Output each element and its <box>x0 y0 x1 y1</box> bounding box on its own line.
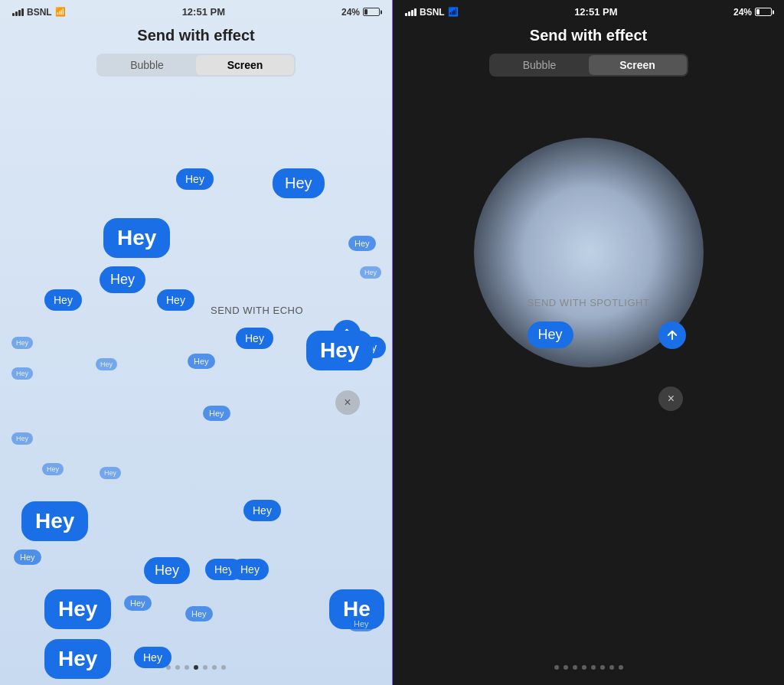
left-battery-icon <box>363 8 380 16</box>
bubble-hey-sm-6: Hey <box>185 606 213 621</box>
right-dot-3 <box>573 665 577 670</box>
bubble-hey-large-1: Hey <box>103 218 170 258</box>
bubble-hey-large-preview: Hey <box>306 331 373 370</box>
right-dot-4 <box>582 665 586 670</box>
bubble-hey-bottom-right-2: Hey <box>348 616 375 631</box>
right-send-icon <box>665 328 679 342</box>
right-dot-7 <box>609 665 614 670</box>
left-effect-label: SEND WITH ECHO <box>211 305 303 316</box>
left-segment-control: Bubble Screen <box>96 54 296 77</box>
right-dot-5 <box>591 665 596 670</box>
left-status-left: BSNL 📶 <box>12 7 66 18</box>
left-status-bar: BSNL 📶 12:51 PM 24% <box>0 0 392 21</box>
left-screen-tab[interactable]: Screen <box>196 55 294 75</box>
right-dot-2 <box>564 665 568 670</box>
right-signal-icon <box>405 8 416 16</box>
right-dot-1 <box>554 665 559 670</box>
bubble-hey-3: Hey <box>44 289 82 311</box>
bubble-hey-6: Hey <box>243 500 281 521</box>
bubble-hey-tiny-7: Hey <box>100 467 121 479</box>
right-wifi-icon: 📶 <box>448 7 459 17</box>
bubble-hey-sm-1: Hey <box>348 236 376 251</box>
left-title: Send with effect <box>0 27 392 44</box>
bubble-hey-tiny-4: Hey <box>11 367 33 380</box>
left-battery-pct: 24% <box>341 7 360 18</box>
bubble-hey-bottom-1: Hey <box>44 639 111 679</box>
right-bubble-tab[interactable]: Bubble <box>491 55 589 75</box>
bubble-hey-8: Hey <box>231 559 269 580</box>
left-panel: BSNL 📶 12:51 PM 24% Send with effect Bub… <box>0 0 392 685</box>
right-close-button[interactable]: × <box>658 387 683 411</box>
right-time: 12:51 PM <box>574 6 617 18</box>
left-dot-6 <box>212 665 217 670</box>
right-title: Send with effect <box>393 27 784 44</box>
bubble-hey-sm-3: Hey <box>203 406 230 421</box>
left-bubble-tab[interactable]: Bubble <box>98 55 196 75</box>
right-status-bar: BSNL 📶 12:51 PM 24% <box>393 0 784 21</box>
right-dot-indicators <box>554 665 623 670</box>
bubble-hey-4: Hey <box>157 289 194 311</box>
bubble-hey-tiny-2: Hey <box>360 266 381 279</box>
bubble-hey-med-1: Hey <box>100 266 145 293</box>
left-dot-indicators <box>166 665 226 670</box>
right-screen-tab[interactable]: Screen <box>589 55 687 75</box>
bubble-hey-tiny-1: Hey <box>11 337 33 349</box>
bubble-hey-sm-5: Hey <box>124 595 152 611</box>
left-dot-1 <box>166 665 171 670</box>
left-close-button[interactable]: × <box>335 390 360 415</box>
bubble-hey-large-2: Hey <box>21 501 88 541</box>
bubble-hey-med-2: Hey <box>144 557 190 584</box>
right-dot-6 <box>600 665 605 670</box>
right-carrier: BSNL <box>420 7 445 18</box>
right-status-right: 24% <box>733 7 772 18</box>
left-carrier: BSNL <box>27 7 52 18</box>
left-battery-fill <box>364 9 368 15</box>
left-dot-3 <box>185 665 189 670</box>
bubble-hey-5: Hey <box>236 328 273 349</box>
left-dot-2 <box>175 665 180 670</box>
right-battery-icon <box>755 8 772 16</box>
bubble-hey-1: Hey <box>176 168 214 190</box>
bubble-hey-sm-2: Hey <box>188 354 215 369</box>
right-send-button[interactable] <box>658 321 686 349</box>
right-spotlight-bubble: Hey <box>528 321 573 348</box>
right-battery-pct: 24% <box>733 7 752 18</box>
left-time: 12:51 PM <box>182 6 225 18</box>
left-dot-7 <box>221 665 226 670</box>
bubble-hey-tiny-3: Hey <box>96 358 117 370</box>
left-dot-4 <box>194 665 198 670</box>
right-effect-label: SEND WITH SPOTLIGHT <box>528 297 650 308</box>
bubble-hey-large-3: Hey <box>44 589 111 629</box>
right-dot-8 <box>619 665 623 670</box>
left-dot-5 <box>203 665 207 670</box>
bubble-hey-2: Hey <box>273 168 325 198</box>
bubble-hey-tiny-5: Hey <box>11 432 33 445</box>
right-segment-control: Bubble Screen <box>489 54 688 77</box>
bubble-hey-sm-4: Hey <box>14 550 41 565</box>
right-battery-fill <box>756 9 760 15</box>
left-wifi-icon: 📶 <box>55 7 66 17</box>
left-signal-icon <box>12 8 24 16</box>
left-status-right: 24% <box>341 7 380 18</box>
right-status-left: BSNL 📶 <box>405 7 459 18</box>
bubble-hey-tiny-6: Hey <box>42 463 64 475</box>
right-panel: BSNL 📶 12:51 PM 24% Send with effect Bub… <box>392 0 784 685</box>
